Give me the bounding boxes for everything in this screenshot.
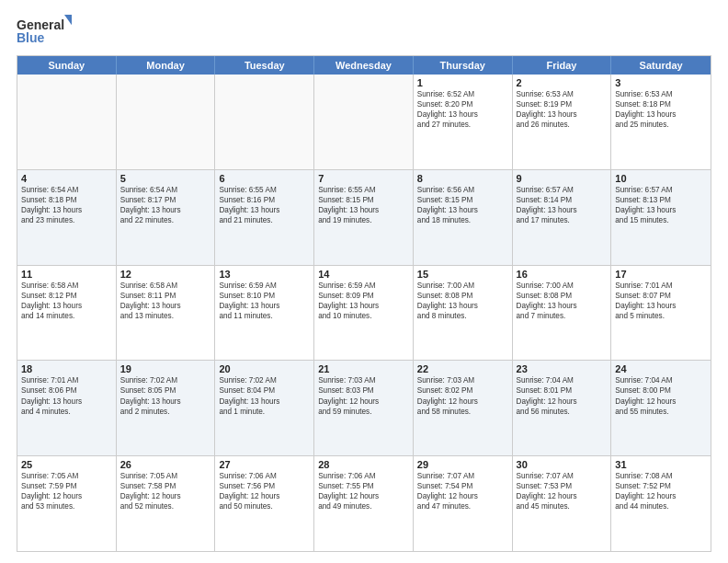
cell-line: Daylight: 13 hours — [120, 205, 211, 215]
cell-line: Daylight: 13 hours — [21, 396, 112, 407]
cell-line: Sunset: 7:52 PM — [615, 481, 707, 491]
calendar-week-2: 4Sunrise: 6:54 AMSunset: 8:18 PMDaylight… — [17, 170, 711, 266]
cell-line: Sunrise: 6:56 AM — [417, 185, 508, 195]
day-number: 18 — [21, 363, 112, 374]
day-cell-15: 15Sunrise: 7:00 AMSunset: 8:08 PMDayligh… — [414, 266, 513, 361]
cell-line: Daylight: 13 hours — [120, 301, 211, 311]
cell-line: and 7 minutes. — [517, 311, 608, 321]
cell-line: and 4 minutes. — [21, 407, 112, 417]
cell-line: Sunset: 8:15 PM — [417, 195, 508, 205]
day-number: 31 — [615, 459, 707, 470]
day-cell-6: 6Sunrise: 6:55 AMSunset: 8:16 PMDaylight… — [215, 170, 314, 265]
day-cell-11: 11Sunrise: 6:58 AMSunset: 8:12 PMDayligh… — [17, 266, 117, 361]
cell-line: and 19 minutes. — [318, 215, 409, 225]
day-number: 17 — [615, 269, 707, 280]
cell-line: Sunset: 8:04 PM — [219, 385, 310, 396]
weekday-header-friday: Friday — [513, 56, 612, 75]
cell-line: and 50 minutes. — [219, 501, 310, 511]
day-cell-10: 10Sunrise: 6:57 AMSunset: 8:13 PMDayligh… — [611, 170, 711, 265]
cell-line: Sunrise: 7:00 AM — [417, 281, 508, 291]
cell-line: Sunset: 8:11 PM — [120, 291, 211, 301]
cell-line: Sunset: 8:12 PM — [21, 291, 112, 301]
cell-line: Daylight: 12 hours — [318, 396, 409, 407]
day-number: 30 — [517, 459, 608, 470]
cell-line: and 11 minutes. — [219, 311, 310, 321]
calendar-body: 1Sunrise: 6:52 AMSunset: 8:20 PMDaylight… — [17, 75, 711, 551]
cell-line: Daylight: 12 hours — [219, 491, 310, 501]
cell-line: Sunset: 8:15 PM — [318, 195, 409, 205]
cell-line: Sunset: 7:59 PM — [21, 481, 112, 491]
cell-line: Sunset: 8:14 PM — [517, 195, 608, 205]
cell-line: Sunrise: 6:53 AM — [615, 89, 707, 99]
weekday-header-monday: Monday — [117, 56, 216, 75]
weekday-header-tuesday: Tuesday — [215, 56, 314, 75]
cell-line: Daylight: 12 hours — [417, 491, 508, 501]
day-number: 20 — [219, 363, 310, 374]
day-number: 14 — [318, 269, 409, 280]
day-cell-23: 23Sunrise: 7:04 AMSunset: 8:01 PMDayligh… — [513, 361, 612, 455]
cell-line: Sunset: 8:10 PM — [219, 291, 310, 301]
cell-line: Sunrise: 7:05 AM — [21, 471, 112, 481]
cell-line: Daylight: 12 hours — [417, 396, 508, 407]
cell-line: Daylight: 13 hours — [417, 109, 508, 120]
cell-line: Daylight: 13 hours — [120, 396, 211, 407]
cell-line: Daylight: 13 hours — [318, 301, 409, 311]
cell-line: Sunrise: 6:59 AM — [219, 281, 310, 291]
cell-line: Sunrise: 6:58 AM — [21, 281, 112, 291]
empty-cell — [17, 75, 117, 169]
cell-line: Sunset: 8:08 PM — [417, 291, 508, 301]
calendar: SundayMondayTuesdayWednesdayThursdayFrid… — [17, 55, 711, 552]
day-cell-18: 18Sunrise: 7:01 AMSunset: 8:06 PMDayligh… — [17, 361, 117, 455]
cell-line: Sunrise: 7:03 AM — [318, 375, 409, 385]
cell-line: and 56 minutes. — [517, 407, 608, 417]
cell-line: Sunrise: 6:55 AM — [219, 185, 310, 195]
day-number: 1 — [417, 77, 508, 88]
cell-line: Sunrise: 7:05 AM — [120, 471, 211, 481]
cell-line: Daylight: 13 hours — [219, 205, 310, 215]
cell-line: Sunrise: 7:02 AM — [120, 375, 211, 385]
day-number: 21 — [318, 363, 409, 374]
cell-line: and 1 minute. — [219, 407, 310, 417]
cell-line: and 53 minutes. — [21, 501, 112, 511]
cell-line: Sunset: 8:09 PM — [318, 291, 409, 301]
cell-line: and 5 minutes. — [615, 311, 707, 321]
cell-line: Sunset: 8:03 PM — [318, 385, 409, 396]
cell-line: Daylight: 12 hours — [21, 491, 112, 501]
cell-line: and 55 minutes. — [615, 407, 707, 417]
empty-cell — [215, 75, 314, 169]
cell-line: and 25 minutes. — [615, 120, 707, 130]
cell-line: and 15 minutes. — [615, 215, 707, 225]
cell-line: and 18 minutes. — [417, 215, 508, 225]
day-number: 22 — [417, 363, 508, 374]
cell-line: and 13 minutes. — [120, 311, 211, 321]
day-cell-26: 26Sunrise: 7:05 AMSunset: 7:58 PMDayligh… — [117, 456, 216, 551]
cell-line: Sunrise: 7:07 AM — [517, 471, 608, 481]
cell-line: Sunset: 8:07 PM — [615, 291, 707, 301]
cell-line: and 44 minutes. — [615, 501, 707, 511]
cell-line: Sunset: 8:08 PM — [517, 291, 608, 301]
day-number: 6 — [219, 173, 310, 184]
cell-line: and 58 minutes. — [417, 407, 508, 417]
calendar-week-1: 1Sunrise: 6:52 AMSunset: 8:20 PMDaylight… — [17, 75, 711, 170]
cell-line: Sunset: 8:17 PM — [120, 195, 211, 205]
cell-line: Sunrise: 7:07 AM — [417, 471, 508, 481]
day-number: 11 — [21, 269, 112, 280]
cell-line: Sunrise: 7:01 AM — [21, 375, 112, 385]
cell-line: Daylight: 13 hours — [615, 109, 707, 120]
svg-marker-2 — [64, 15, 72, 28]
cell-line: Sunrise: 6:58 AM — [120, 281, 211, 291]
day-number: 2 — [517, 77, 608, 88]
day-number: 12 — [120, 269, 211, 280]
cell-line: Sunrise: 7:00 AM — [517, 281, 608, 291]
cell-line: Sunrise: 6:55 AM — [318, 185, 409, 195]
cell-line: Sunrise: 7:06 AM — [219, 471, 310, 481]
day-number: 27 — [219, 459, 310, 470]
cell-line: Daylight: 12 hours — [615, 396, 707, 407]
day-cell-19: 19Sunrise: 7:02 AMSunset: 8:05 PMDayligh… — [117, 361, 216, 455]
day-number: 25 — [21, 459, 112, 470]
cell-line: and 22 minutes. — [120, 215, 211, 225]
logo: General Blue — [17, 15, 72, 48]
cell-line: and 8 minutes. — [417, 311, 508, 321]
weekday-header-wednesday: Wednesday — [314, 56, 414, 75]
cell-line: Sunrise: 6:59 AM — [318, 281, 409, 291]
